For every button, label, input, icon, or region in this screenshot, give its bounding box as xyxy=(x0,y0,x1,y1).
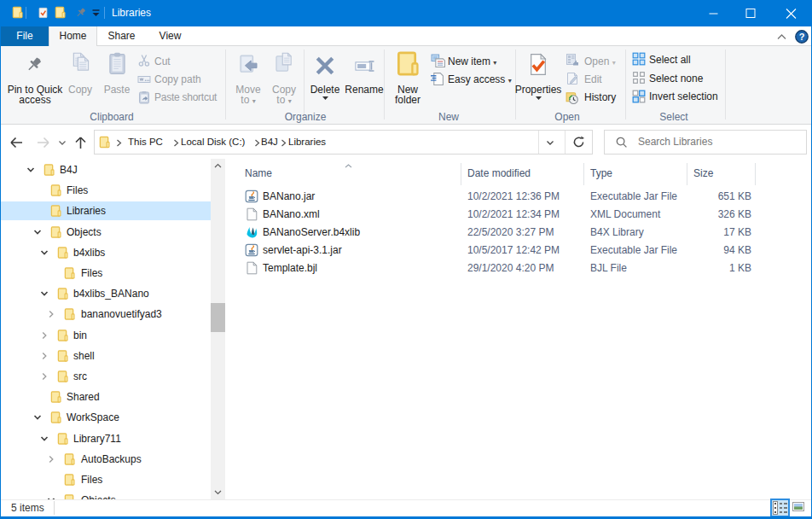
svg-text:?: ? xyxy=(799,32,805,42)
